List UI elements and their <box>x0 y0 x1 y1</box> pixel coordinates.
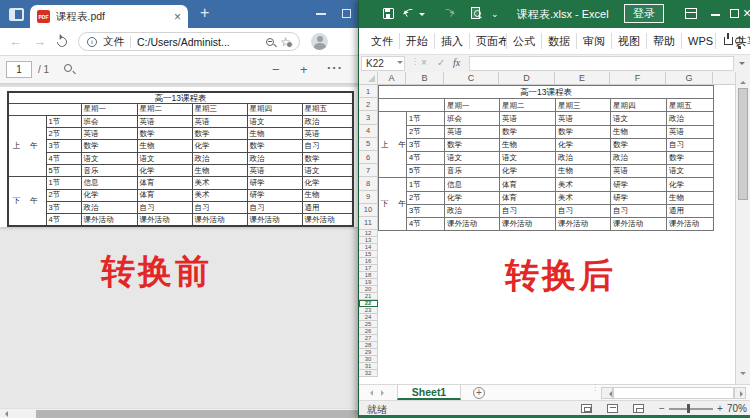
subject-cell[interactable]: 通用 <box>667 204 714 217</box>
vertical-scrollbar[interactable] <box>735 72 750 384</box>
subject-cell[interactable]: 自习 <box>556 204 611 217</box>
subject-cell[interactable]: 研学 <box>611 191 667 204</box>
day-header-cell[interactable]: 星期一 <box>445 99 500 112</box>
row-header-28[interactable]: 28 <box>359 342 378 349</box>
row-header-17[interactable]: 17 <box>359 265 378 272</box>
ribbon-tab-开始[interactable]: 开始 <box>400 33 435 49</box>
subject-cell[interactable]: 生物 <box>500 138 556 151</box>
reload-icon[interactable] <box>55 34 69 48</box>
add-sheet-button[interactable]: + <box>473 387 485 399</box>
excel-maximize-button[interactable] <box>730 9 739 18</box>
zoom-percentage[interactable]: 70% <box>727 403 747 414</box>
ribbon-tab-审阅[interactable]: 审阅 <box>577 33 612 49</box>
period-cell[interactable]: 1节 <box>407 178 445 191</box>
column-header-A[interactable]: A <box>378 72 406 84</box>
subject-cell[interactable]: 生物 <box>556 165 611 178</box>
normal-view-icon[interactable] <box>581 404 592 413</box>
row-header-8[interactable]: 8 <box>359 177 378 190</box>
ribbon-tab-数据[interactable]: 数据 <box>542 33 577 49</box>
day-header-cell[interactable]: 星期四 <box>611 99 667 112</box>
row-header-23[interactable]: 23 <box>359 307 378 314</box>
day-header-cell[interactable]: 星期三 <box>556 99 611 112</box>
subject-cell[interactable]: 美术 <box>556 178 611 191</box>
column-header-G[interactable]: G <box>666 72 713 84</box>
ribbon-tab-页面布局[interactable]: 页面布局 <box>470 33 507 49</box>
row-header-22[interactable]: 22 <box>359 300 378 307</box>
ribbon-display-options-icon[interactable] <box>685 8 697 19</box>
blank-header-cell[interactable] <box>379 99 445 112</box>
pdf-horizontal-scrollbar[interactable] <box>0 408 358 418</box>
zoom-out-button[interactable]: − <box>659 403 665 414</box>
row-header-29[interactable]: 29 <box>359 349 378 356</box>
page-break-view-icon[interactable] <box>633 404 644 413</box>
page-layout-view-icon[interactable] <box>607 404 618 413</box>
zoom-in-button[interactable]: + <box>717 403 723 414</box>
subject-cell[interactable]: 语文 <box>611 112 667 125</box>
scrollbar-thumb[interactable] <box>36 410 358 418</box>
column-header-D[interactable]: D <box>499 72 555 84</box>
period-cell[interactable]: 2节 <box>407 191 445 204</box>
subject-cell[interactable]: 英语 <box>445 125 500 138</box>
row-header-20[interactable]: 20 <box>359 286 378 293</box>
scroll-left-button[interactable] <box>601 387 613 399</box>
subject-cell[interactable]: 数学 <box>556 125 611 138</box>
subject-cell[interactable]: 课外活动 <box>500 217 556 230</box>
new-tab-button[interactable]: + <box>200 4 209 22</box>
row-header-5[interactable]: 5 <box>359 138 378 151</box>
subject-cell[interactable]: 数学 <box>500 125 556 138</box>
subject-cell[interactable]: 自习 <box>667 138 714 151</box>
subject-cell[interactable]: 课外活动 <box>611 217 667 230</box>
subject-cell[interactable]: 音乐 <box>445 165 500 178</box>
column-header-B[interactable]: B <box>406 72 444 84</box>
column-header-F[interactable]: F <box>610 72 666 84</box>
page-number-input[interactable]: 1 <box>6 61 32 78</box>
vertical-tabs-icon[interactable] <box>9 8 24 21</box>
next-sheet-icon[interactable] <box>381 390 387 396</box>
subject-cell[interactable]: 课外活动 <box>445 217 500 230</box>
period-cell[interactable]: 4节 <box>407 151 445 164</box>
subject-cell[interactable]: 政治 <box>445 204 500 217</box>
column-header-C[interactable]: C <box>444 72 499 84</box>
sheet-horizontal-scrollbar[interactable] <box>601 387 746 399</box>
row-header-24[interactable]: 24 <box>359 314 378 321</box>
column-header-E[interactable]: E <box>555 72 610 84</box>
browser-tab[interactable]: PDF 课程表.pdf × <box>30 5 188 28</box>
subject-cell[interactable]: 信息 <box>445 178 500 191</box>
row-header-14[interactable]: 14 <box>359 244 378 251</box>
ribbon-tab-WPS[interactable]: WPS <box>682 33 719 49</box>
zoom-slider-thumb[interactable] <box>687 404 690 413</box>
subject-cell[interactable]: 语文 <box>500 151 556 164</box>
row-header-13[interactable]: 13 <box>359 237 378 244</box>
row-header-19[interactable]: 19 <box>359 279 378 286</box>
subject-cell[interactable]: 政治 <box>667 112 714 125</box>
row-header-30[interactable]: 30 <box>359 356 378 363</box>
subject-cell[interactable]: 英语 <box>667 125 714 138</box>
row-header-21[interactable]: 21 <box>359 293 378 300</box>
day-header-cell[interactable]: 星期二 <box>500 99 556 112</box>
ribbon-tab-公式[interactable]: 公式 <box>507 33 542 49</box>
row-header-26[interactable]: 26 <box>359 328 378 335</box>
row-header-18[interactable]: 18 <box>359 272 378 279</box>
login-button[interactable]: 登录 <box>624 4 664 23</box>
forward-icon[interactable]: → <box>33 35 46 48</box>
row-header-16[interactable]: 16 <box>359 258 378 265</box>
url-text[interactable]: C:/Users/Administ... <box>137 36 260 48</box>
formula-bar-expand-icon[interactable] <box>739 62 745 68</box>
favorite-star-icon[interactable]: ☆ <box>280 36 291 48</box>
subject-cell[interactable]: 课外活动 <box>667 217 714 230</box>
quick-access-more-icon[interactable]: ⌄ <box>491 9 499 19</box>
subject-cell[interactable]: 生物 <box>611 125 667 138</box>
row-header-10[interactable]: 10 <box>359 204 378 217</box>
sheet-tab-sheet1[interactable]: Sheet1 <box>397 385 461 400</box>
row-header-3[interactable]: 3 <box>359 111 378 124</box>
select-all-corner[interactable] <box>359 72 378 84</box>
horizontal-scrollbar-track[interactable] <box>613 387 734 399</box>
subject-cell[interactable]: 自习 <box>500 204 556 217</box>
subject-cell[interactable]: 研学 <box>611 178 667 191</box>
row-header-32[interactable]: 32 <box>359 370 378 377</box>
print-preview-icon[interactable] <box>471 7 480 19</box>
subject-cell[interactable]: 生物 <box>667 191 714 204</box>
row-header-2[interactable]: 2 <box>359 98 378 111</box>
day-header-cell[interactable]: 星期五 <box>667 99 714 112</box>
section-label-cell[interactable]: 下 午 <box>379 178 407 231</box>
